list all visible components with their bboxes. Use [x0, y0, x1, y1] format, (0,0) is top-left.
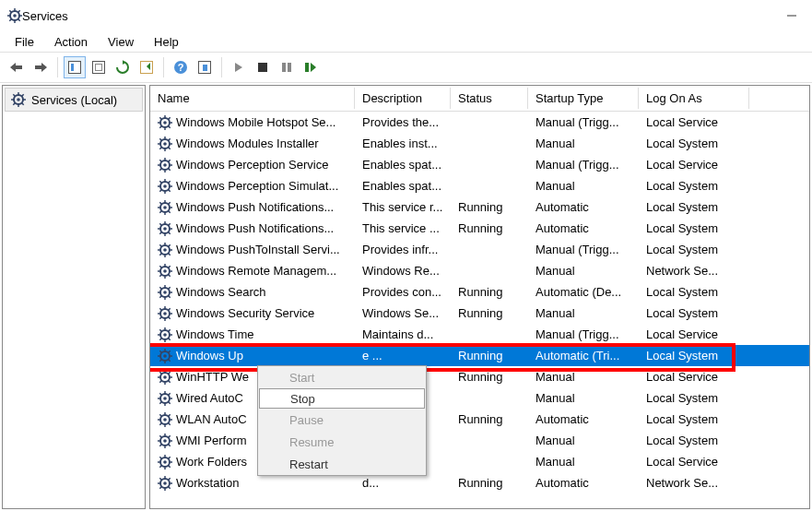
service-row[interactable]: Windows Perception Simulat...Enables spa… [150, 175, 809, 196]
cm-restart[interactable]: Restart [258, 453, 426, 475]
service-row[interactable]: Windows TimeMaintains d...Manual (Trigg.… [150, 324, 809, 345]
svc-status: Running [451, 303, 528, 324]
svc-logon: Local System [639, 133, 749, 154]
refresh-button[interactable] [112, 56, 134, 78]
svc-startup: Automatic [528, 196, 639, 218]
cm-start[interactable]: Start [258, 366, 426, 388]
service-row[interactable]: WLAN AutoCS...RunningAutomaticLocal Syst… [150, 409, 809, 430]
services-list-panel[interactable]: Name Description Status Startup Type Log… [149, 85, 810, 509]
svc-name: Windows Search [176, 281, 266, 303]
export-list-button[interactable] [135, 56, 158, 78]
service-row[interactable]: Windows Mobile Hotspot Se...Provides the… [150, 112, 809, 133]
service-row[interactable]: Windows PushToInstall Servi...Provides i… [150, 239, 809, 260]
svc-desc: Enables spat... [355, 154, 451, 175]
svc-name: Work Folders [176, 451, 247, 472]
col-startup[interactable]: Startup Type [528, 88, 639, 109]
gear-icon [158, 285, 172, 300]
col-logon[interactable]: Log On As [639, 88, 749, 109]
gear-icon [158, 221, 172, 236]
list-header[interactable]: Name Description Status Startup Type Log… [150, 86, 809, 112]
svc-desc: Enables spat... [355, 175, 451, 196]
service-row[interactable]: Work Folders...ManualLocal Service [150, 451, 809, 472]
svc-status: Running [451, 409, 528, 430]
menu-action[interactable]: Action [45, 33, 97, 51]
show-hide-tree-button[interactable] [64, 56, 86, 78]
service-row[interactable]: Windows Push Notifications...This servic… [150, 196, 809, 218]
svc-status: Running [451, 196, 528, 218]
window-title: Services [22, 9, 68, 23]
svc-logon: Local System [639, 196, 749, 218]
svc-startup: Manual [528, 133, 639, 154]
forward-button[interactable] [29, 56, 52, 78]
svc-logon: Local Service [639, 324, 749, 345]
menu-help[interactable]: Help [145, 33, 188, 51]
separator [57, 57, 58, 77]
service-row[interactable]: Windows Security ServiceWindows Se...Run… [150, 303, 809, 324]
svc-desc: Enables inst... [355, 133, 451, 154]
separator [221, 57, 222, 77]
svc-desc: Provides infr... [355, 239, 451, 260]
svc-logon: Local System [639, 218, 749, 239]
menu-view[interactable]: View [99, 33, 143, 51]
svc-desc: This service r... [355, 196, 451, 218]
tree-panel[interactable]: Services (Local) [2, 85, 146, 509]
svc-desc: e ... [355, 345, 451, 366]
service-row[interactable]: Windows Modules InstallerEnables inst...… [150, 133, 809, 154]
svc-name: Windows Push Notifications... [176, 196, 334, 218]
stop-service-button[interactable] [252, 56, 274, 78]
gear-icon [158, 158, 172, 172]
service-row[interactable]: Wired AutoC...ManualLocal System [150, 387, 809, 409]
back-button[interactable] [6, 56, 28, 78]
svc-name: Windows Remote Managem... [176, 260, 336, 281]
col-status[interactable]: Status [451, 88, 528, 109]
tree-root-label: Services (Local) [31, 93, 117, 107]
toolbar: ? [0, 52, 812, 83]
help-button[interactable]: ? [170, 56, 192, 78]
separator [163, 57, 164, 77]
svg-rect-16 [305, 63, 309, 72]
svc-status: Running [451, 345, 528, 366]
svc-name: WLAN AutoC [176, 409, 247, 430]
cm-resume[interactable]: Resume [258, 431, 426, 453]
service-row[interactable]: WMI Perform...ManualLocal System [150, 430, 809, 451]
svc-startup: Manual [528, 366, 639, 387]
svc-status: Running [451, 366, 528, 387]
svc-logon: Local System [639, 303, 749, 324]
pause-service-button[interactable] [276, 56, 298, 78]
svc-name: WMI Perform [176, 430, 247, 451]
svc-startup: Manual [528, 430, 639, 451]
service-row[interactable]: Windows Perception ServiceEnables spat..… [150, 154, 809, 175]
svc-name: Windows PushToInstall Servi... [176, 239, 340, 260]
service-row[interactable]: Workstationd...RunningAutomaticNetwork S… [150, 472, 809, 493]
svc-startup: Automatic (De... [528, 281, 639, 303]
service-row[interactable]: WinHTTP We...RunningManualLocal Service [150, 366, 809, 387]
start-service-button[interactable] [228, 56, 250, 78]
svc-logon: Local Service [639, 112, 749, 133]
cm-pause[interactable]: Pause [258, 409, 426, 431]
svc-desc: This service ... [355, 218, 451, 239]
service-row[interactable]: Windows Remote Managem...Windows Re...Ma… [150, 260, 809, 281]
gear-icon [158, 264, 172, 279]
svc-startup: Automatic [528, 218, 639, 239]
restart-service-button[interactable] [300, 56, 322, 78]
menu-file[interactable]: File [6, 33, 43, 51]
tree-root-item[interactable]: Services (Local) [5, 88, 143, 112]
toolbar-button[interactable] [194, 56, 216, 78]
svc-startup: Manual (Trigg... [528, 239, 639, 260]
service-row[interactable]: Windows SearchProvides con...RunningAuto… [150, 281, 809, 303]
svc-status: Running [451, 472, 528, 493]
service-row[interactable]: Windows Upe ...RunningAutomatic (Tri...L… [150, 345, 809, 366]
properties-button[interactable] [88, 56, 110, 78]
gear-icon [158, 179, 172, 194]
svc-name: Windows Mobile Hotspot Se... [176, 112, 335, 133]
service-row[interactable]: Windows Push Notifications...This servic… [150, 218, 809, 239]
svc-startup: Automatic (Tri... [528, 345, 639, 366]
list-body[interactable]: Windows Mobile Hotspot Se...Provides the… [150, 112, 809, 508]
minimize-button[interactable] [771, 0, 812, 31]
gear-icon [158, 327, 172, 342]
svc-desc: Windows Re... [355, 260, 451, 281]
col-name[interactable]: Name [150, 88, 355, 109]
cm-stop[interactable]: Stop [259, 388, 425, 409]
col-description[interactable]: Description [355, 88, 451, 109]
gear-icon [158, 455, 172, 469]
